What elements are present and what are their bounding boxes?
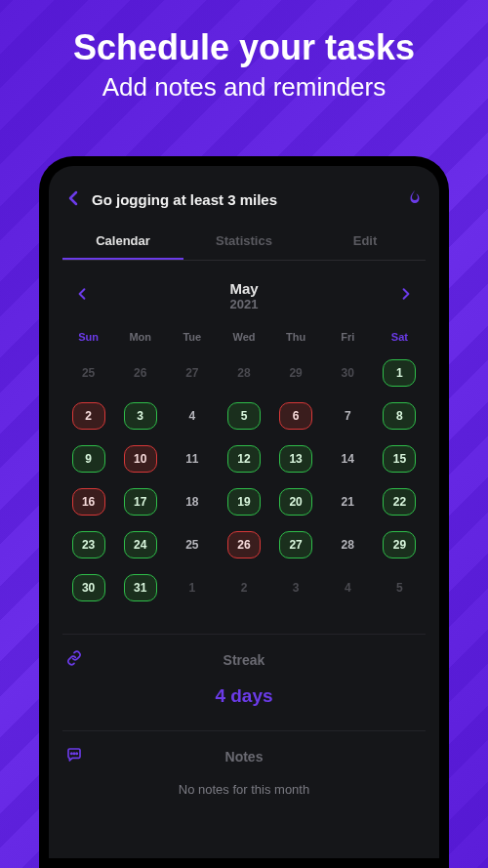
task-header: Go jogging at least 3 miles bbox=[62, 182, 426, 224]
day-pill: 1 bbox=[176, 574, 209, 601]
calendar-day[interactable]: 6 bbox=[274, 399, 318, 433]
calendar-day[interactable]: 24 bbox=[118, 528, 162, 561]
month-name: May bbox=[229, 280, 258, 297]
dow-header: Sun bbox=[66, 331, 110, 347]
promo-title: Schedule your tasks bbox=[0, 27, 488, 68]
calendar-day[interactable]: 30 bbox=[326, 356, 370, 390]
calendar-day[interactable]: 8 bbox=[378, 399, 422, 433]
tab-calendar[interactable]: Calendar bbox=[62, 224, 183, 260]
calendar-day[interactable]: 31 bbox=[118, 571, 162, 604]
day-pill: 25 bbox=[176, 531, 209, 558]
calendar-day[interactable]: 9 bbox=[66, 442, 110, 475]
calendar-day[interactable]: 4 bbox=[170, 399, 214, 433]
next-month-button[interactable] bbox=[396, 287, 416, 305]
day-pill: 1 bbox=[383, 359, 416, 387]
promo-subtitle: Add notes and reminders bbox=[0, 72, 488, 103]
calendar-grid: SunMonTueWedThuFriSat2526272829301234567… bbox=[62, 319, 426, 616]
day-pill: 25 bbox=[72, 359, 105, 387]
prev-month-button[interactable] bbox=[72, 287, 92, 305]
calendar-day[interactable]: 16 bbox=[66, 485, 110, 518]
svg-point-0 bbox=[71, 753, 72, 754]
day-pill: 30 bbox=[331, 359, 364, 387]
back-button[interactable] bbox=[64, 188, 82, 211]
calendar-day[interactable]: 2 bbox=[66, 399, 110, 433]
calendar-day[interactable]: 30 bbox=[66, 571, 110, 604]
calendar-day[interactable]: 20 bbox=[274, 485, 318, 518]
calendar-day[interactable]: 23 bbox=[66, 528, 110, 561]
day-pill: 26 bbox=[227, 531, 261, 558]
svg-point-2 bbox=[76, 753, 77, 754]
calendar-day[interactable]: 10 bbox=[118, 442, 162, 475]
calendar-day[interactable]: 18 bbox=[170, 485, 214, 518]
day-pill: 11 bbox=[176, 445, 209, 473]
calendar-day[interactable]: 17 bbox=[118, 485, 162, 518]
task-title: Go jogging at least 3 miles bbox=[92, 191, 396, 208]
calendar-day[interactable]: 3 bbox=[274, 571, 318, 604]
promo-text: Schedule your tasks Add notes and remind… bbox=[0, 0, 488, 103]
day-pill: 27 bbox=[279, 531, 312, 558]
calendar-day[interactable]: 19 bbox=[222, 485, 265, 518]
svg-point-1 bbox=[73, 753, 74, 754]
calendar-day[interactable]: 28 bbox=[326, 528, 370, 561]
calendar-day[interactable]: 1 bbox=[170, 571, 214, 604]
calendar-day[interactable]: 1 bbox=[378, 356, 422, 390]
calendar-day[interactable]: 29 bbox=[378, 528, 422, 561]
calendar-day[interactable]: 13 bbox=[274, 442, 318, 475]
calendar-day[interactable]: 25 bbox=[66, 356, 110, 390]
calendar-day[interactable]: 27 bbox=[170, 356, 214, 390]
chat-icon bbox=[66, 747, 82, 766]
dow-header: Fri bbox=[326, 331, 370, 347]
dow-header: Wed bbox=[222, 331, 265, 347]
month-navigation: May 2021 bbox=[62, 261, 426, 319]
chevron-right-icon bbox=[402, 287, 410, 301]
day-pill: 2 bbox=[227, 574, 261, 601]
day-pill: 28 bbox=[331, 531, 364, 558]
streak-section-header: Streak bbox=[62, 634, 426, 674]
calendar-day[interactable]: 26 bbox=[222, 528, 265, 561]
calendar-day[interactable]: 27 bbox=[274, 528, 318, 561]
calendar-day[interactable]: 21 bbox=[326, 485, 370, 518]
streak-flame-button[interactable] bbox=[406, 187, 424, 212]
calendar-day[interactable]: 7 bbox=[326, 399, 370, 433]
day-pill: 22 bbox=[383, 488, 416, 516]
calendar-day[interactable]: 2 bbox=[222, 571, 265, 604]
calendar-day[interactable]: 22 bbox=[378, 485, 422, 518]
calendar-day[interactable]: 5 bbox=[378, 571, 422, 604]
dow-header: Thu bbox=[274, 331, 318, 347]
calendar-day[interactable]: 12 bbox=[222, 442, 265, 475]
flame-icon bbox=[406, 187, 424, 207]
day-pill: 21 bbox=[331, 488, 364, 516]
calendar-day[interactable]: 5 bbox=[222, 399, 265, 433]
day-pill: 17 bbox=[124, 488, 157, 516]
calendar-day[interactable]: 11 bbox=[170, 442, 214, 475]
chevron-left-icon bbox=[68, 190, 78, 206]
tab-statistics[interactable]: Statistics bbox=[183, 224, 305, 260]
dow-header: Tue bbox=[170, 331, 214, 347]
day-pill: 6 bbox=[279, 402, 312, 430]
day-pill: 28 bbox=[227, 359, 261, 387]
calendar-day[interactable]: 4 bbox=[326, 571, 370, 604]
day-pill: 24 bbox=[124, 531, 157, 558]
day-pill: 23 bbox=[72, 531, 105, 558]
calendar-day[interactable]: 26 bbox=[118, 356, 162, 390]
day-pill: 4 bbox=[176, 402, 209, 430]
day-pill: 19 bbox=[227, 488, 261, 516]
day-pill: 14 bbox=[331, 445, 364, 473]
calendar-day[interactable]: 29 bbox=[274, 356, 318, 390]
dow-header: Sat bbox=[378, 331, 422, 347]
calendar-day[interactable]: 3 bbox=[118, 399, 162, 433]
day-pill: 18 bbox=[176, 488, 209, 516]
day-pill: 29 bbox=[383, 531, 416, 558]
day-pill: 5 bbox=[227, 402, 261, 430]
calendar-day[interactable]: 15 bbox=[378, 442, 422, 475]
day-pill: 8 bbox=[383, 402, 416, 430]
phone-screen: Go jogging at least 3 miles Calendar Sta… bbox=[49, 166, 439, 858]
notes-empty-text: No notes for this month bbox=[62, 770, 426, 808]
month-label: May 2021 bbox=[229, 280, 258, 311]
calendar-day[interactable]: 14 bbox=[326, 442, 370, 475]
day-pill: 12 bbox=[227, 445, 261, 473]
calendar-day[interactable]: 28 bbox=[222, 356, 265, 390]
calendar-day[interactable]: 25 bbox=[170, 528, 214, 561]
tab-edit[interactable]: Edit bbox=[305, 224, 426, 260]
day-pill: 7 bbox=[331, 402, 364, 430]
